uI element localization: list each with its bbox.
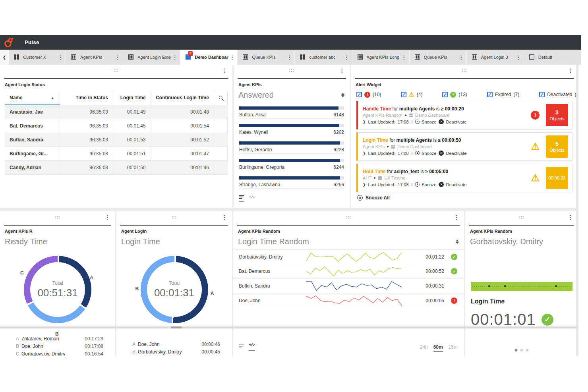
drag-handle-icon[interactable]: ::: [346, 215, 351, 219]
sparkline-row[interactable]: Doe, John00:00:05! [233, 294, 464, 308]
critical-status-icon: ! [531, 111, 540, 120]
alert-filter-critical[interactable]: ✓!(10) [356, 92, 381, 98]
table-row[interactable]: Candy, Adrian96:35:0300:01:5000:01:46 [5, 161, 228, 175]
widget-menu-icon[interactable]: ⋮ [103, 214, 112, 220]
tab-demo-dashboard[interactable]: 5Demo Dashboard⋮ [180, 50, 237, 65]
checkbox-checked-icon[interactable]: ✓ [401, 92, 406, 97]
checkbox-checked-icon[interactable]: ✓ [356, 92, 362, 97]
cell-login_time: 00:01:53 [113, 133, 151, 147]
column-header-0[interactable]: Name▲ [5, 91, 60, 105]
widget-menu-icon[interactable]: ⋮ [566, 214, 575, 220]
drag-handle-icon[interactable]: ::: [289, 68, 294, 73]
table-row[interactable]: Bat, Demarcus96:35:0300:01:4500:01:54 [5, 119, 228, 133]
sparkline-row[interactable]: Gorbatovskiy, Dmitry00:01:22✓ [233, 249, 464, 264]
column-header-1[interactable]: Time in Status [60, 91, 113, 105]
tab-customer-x[interactable]: Customer X⋮ [9, 50, 66, 65]
bar-view-toggle-icon[interactable] [239, 344, 244, 351]
tab-agent-login-exten[interactable]: Agent Login Exten⋮ [123, 50, 180, 65]
sparkline-row[interactable]: Bufkin, Sandra00:00:31 [233, 279, 464, 294]
tab-scroll-left-button[interactable]: ❮ [0, 50, 9, 65]
widget-menu-icon[interactable]: ⋮ [338, 68, 346, 74]
tab-customer-abc[interactable]: customer abc⋮ [295, 50, 352, 65]
widget-menu-icon[interactable]: ⋮ [566, 68, 575, 74]
tab-agent-kpis-long[interactable]: Agent KPIs Long⋮ [352, 50, 409, 65]
sort-toggle-icon[interactable] [455, 239, 459, 244]
expand-chevron-icon[interactable]: ❯ [363, 183, 366, 187]
divider [469, 225, 574, 226]
table-row[interactable]: Burlingame, Gr...96:35:0300:01:5100:01:4… [5, 147, 228, 161]
snooze-all-button[interactable]: ✕ Snooze All [357, 195, 572, 201]
alert-card[interactable]: Login Time for multiple Agents is ≤ 00:0… [356, 132, 573, 161]
time-range-60m[interactable]: 60m [433, 344, 443, 352]
tab-queue-kpis[interactable]: Queue KPIs⋮ [238, 50, 294, 65]
drag-handle-icon[interactable]: ::: [462, 68, 467, 73]
snooze-button[interactable]: Snooze [415, 120, 436, 124]
column-header-label: Time in Status [75, 95, 108, 100]
checkbox-checked-icon[interactable]: ✓ [442, 92, 448, 97]
alert-filter-expired[interactable]: ✓Expired(7) [487, 92, 519, 97]
column-header-3[interactable]: Continuous Login Time [151, 91, 214, 105]
tab-menu-icon[interactable]: ⋮ [400, 54, 408, 60]
tab-menu-icon[interactable]: ⋮ [114, 54, 121, 60]
bar-view-toggle-icon[interactable] [239, 195, 244, 202]
alert-count-badge[interactable]: 3Objects [546, 104, 568, 126]
widget-menu-icon[interactable]: ⋮ [220, 214, 229, 220]
expand-chevron-icon[interactable]: ❯ [363, 151, 366, 155]
widget-menu-icon[interactable]: ⋮ [220, 68, 229, 74]
alert-target-dashboard: Demo Dashboard [397, 144, 431, 149]
tab-menu-icon[interactable]: ⋮ [171, 54, 178, 60]
carousel-dot-1[interactable] [520, 349, 523, 351]
sort-toggle-icon[interactable] [341, 93, 345, 97]
alert-card[interactable]: Hold Time for asipto_test is ≥ 00:05:00A… [356, 164, 573, 192]
widget-login-time-random: :::⋮ Agent KPIs Random Login Time Random… [233, 211, 464, 356]
drag-handle-icon[interactable]: ::: [114, 68, 119, 73]
sparkline-view-toggle-icon[interactable] [249, 193, 255, 202]
tab-menu-icon[interactable]: ⋮ [57, 54, 64, 60]
alert-count-badge[interactable]: 5Objects [546, 135, 568, 158]
tab-menu-icon[interactable]: ⋮ [515, 54, 522, 60]
drag-handle-icon[interactable]: ::: [519, 215, 524, 219]
expand-chevron-icon[interactable]: ❯ [363, 120, 366, 124]
vertical-scrollbar[interactable] [576, 65, 578, 356]
drag-handle-icon[interactable]: ::: [172, 215, 177, 219]
column-header-2[interactable]: Login Time [113, 91, 151, 105]
sparkline-row[interactable]: Bat, Demarcus00:00:52✓ [233, 264, 464, 279]
horizontal-scrollbar-thumb[interactable] [171, 326, 182, 328]
alert-card[interactable]: Handle Time for multiple Agents is ≥ 00:… [356, 101, 573, 129]
carousel-dot-2[interactable] [526, 349, 529, 351]
table-row[interactable]: Bufkin, Sandra96:35:0300:01:5300:01:52 [5, 133, 228, 147]
table-row[interactable]: Anastasio, Jae96:35:0300:01:4900:01:48 [5, 105, 228, 119]
tab-default[interactable]: Default [524, 50, 581, 65]
word-is: is [420, 169, 424, 174]
deactivate-button[interactable]: ✕Deactivate [439, 119, 466, 124]
alert-count-badge[interactable]: 00:06:03 [546, 167, 568, 189]
widget-menu-icon[interactable]: ⋮ [452, 214, 461, 220]
tab-agent-kpis[interactable]: Agent KPIs⋮ [66, 50, 123, 65]
alert-filter-deactivated[interactable]: ✓Deactivated(0) [539, 92, 578, 97]
column-header-search[interactable] [214, 91, 227, 105]
tab-menu-icon[interactable]: ⋮ [343, 54, 350, 60]
widget-chart-icon [472, 54, 478, 60]
carousel-dot-0[interactable] [515, 349, 518, 351]
sparkline-view-toggle-icon[interactable] [249, 341, 255, 351]
deactivate-label: Deactivate [446, 182, 466, 187]
snooze-button[interactable]: Snooze [415, 151, 436, 156]
time-range-15m[interactable]: 15m [449, 344, 458, 351]
drag-handle-icon[interactable]: ::: [55, 215, 60, 219]
tab-menu-icon[interactable]: ⋮ [458, 54, 465, 60]
snooze-button[interactable]: Snooze [415, 182, 436, 187]
deactivate-button[interactable]: ✕Deactivate [439, 151, 466, 156]
badge-line: 3 [555, 109, 559, 116]
time-range-24h[interactable]: 24h [420, 344, 428, 351]
tab-menu-icon[interactable]: ⋮ [286, 54, 293, 60]
checkbox-checked-icon[interactable]: ✓ [487, 92, 493, 97]
alert-filter-warning[interactable]: ✓⚠(4) [401, 91, 422, 98]
deactivate-button[interactable]: ✕Deactivate [439, 182, 466, 187]
tab-menu-icon[interactable]: ⋮ [228, 54, 236, 60]
horizontal-scrollbar[interactable] [0, 326, 578, 328]
alert-filter-ok[interactable]: ✓✓(13) [442, 92, 467, 98]
tab-queue-kpis[interactable]: Queue KPIs⋮ [410, 50, 466, 65]
tab-agent-login-3[interactable]: Agent Login 3⋮ [467, 50, 524, 65]
checkbox-checked-icon[interactable]: ✓ [539, 92, 545, 97]
cell-empty [214, 161, 227, 175]
